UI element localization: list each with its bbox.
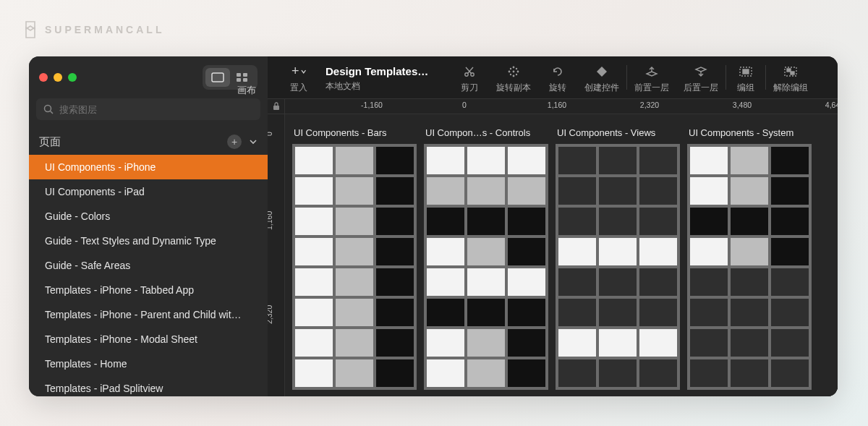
place-tool[interactable]: + 置入 [279,61,318,97]
artboard-thumb[interactable] [771,359,809,387]
artboard-thumb[interactable] [558,299,596,326]
artboard-thumb[interactable] [771,299,809,326]
page-list-item[interactable]: Templates - iPhone - Tabbed App [29,278,268,302]
artboard-thumb[interactable] [639,329,677,357]
page-list-item[interactable]: Templates - Home [29,352,268,376]
artboard-thumb[interactable] [295,359,333,387]
artboard-thumb[interactable] [467,299,505,326]
artboard-thumb[interactable] [731,208,768,235]
artboard-thumb[interactable] [731,147,768,174]
artboard-thumb[interactable] [639,177,677,205]
artboard-thumb[interactable] [690,359,728,387]
page-list-item[interactable]: UI Components - iPad [29,179,268,204]
group-tool[interactable]: 编组 [726,61,765,97]
artboard-thumb[interactable] [336,238,373,265]
rotate-tool[interactable]: 旋转 [538,61,577,97]
artboard-label[interactable]: UI Compon…s - Controls [424,127,548,138]
rotate-copy-tool[interactable]: 旋转副本 [489,61,538,97]
artboard-thumb[interactable] [639,299,677,326]
artboard-thumb[interactable] [427,299,464,326]
artboard-thumb[interactable] [295,147,333,174]
artboard-thumb[interactable] [558,359,596,387]
artboard-thumb[interactable] [599,268,637,296]
search-bar[interactable] [36,98,260,120]
artboard-thumb[interactable] [427,268,464,296]
artboard-thumb[interactable] [467,268,505,296]
artboard-thumb[interactable] [731,299,768,326]
artboard-thumb[interactable] [771,147,809,174]
artboard-thumb[interactable] [295,329,333,357]
artboard-thumb[interactable] [771,177,809,205]
artboard-thumb[interactable] [467,177,505,205]
artboard-thumb[interactable] [295,268,333,296]
horizontal-ruler[interactable]: -1,16001,1602,3203,4804,640 [285,99,838,114]
artboard-label[interactable]: UI Components - Views [556,127,680,138]
artboard-grid[interactable] [556,144,680,390]
artboard-thumb[interactable] [558,268,596,296]
artboard-thumb[interactable] [376,329,414,357]
artboard-thumb[interactable] [376,177,414,205]
artboard-thumb[interactable] [508,268,545,296]
artboard-thumb[interactable] [295,238,333,265]
artboard-thumb[interactable] [376,359,414,387]
artboard-thumb[interactable] [295,208,333,235]
artboard-thumb[interactable] [467,359,505,387]
artboard-thumb[interactable] [376,147,414,174]
artboard-thumb[interactable] [376,268,414,296]
artboard-thumb[interactable] [731,359,768,387]
vertical-ruler[interactable]: 01,1602,320 [268,114,285,396]
artboard-thumb[interactable] [508,208,545,235]
ungroup-tool[interactable]: 解除编组 [766,61,815,97]
chevron-down-icon[interactable] [249,137,258,146]
artboard-thumb[interactable] [771,268,809,296]
artboard-thumb[interactable] [771,329,809,357]
artboard-thumb[interactable] [558,147,596,174]
page-list-item[interactable]: Guide - Colors [29,204,268,229]
artboard-thumb[interactable] [690,177,728,205]
artboard-thumb[interactable] [558,208,596,235]
artboard-thumb[interactable] [427,208,464,235]
canvas-view-button[interactable] [205,68,230,87]
artboard-thumb[interactable] [508,238,545,265]
artboard-thumb[interactable] [731,177,768,205]
artboard-thumb[interactable] [336,268,373,296]
create-widget-tool[interactable]: 创建控件 [577,61,626,97]
artboard-thumb[interactable] [639,208,677,235]
artboard-grid[interactable] [424,144,548,390]
artboard-thumb[interactable] [376,238,414,265]
page-list-item[interactable]: Templates - iPhone - Modal Sheet [29,327,268,352]
artboard-thumb[interactable] [508,329,545,357]
artboard-thumb[interactable] [508,359,545,387]
artboard-thumb[interactable] [771,208,809,235]
artboard-thumb[interactable] [427,147,464,174]
scissors-tool[interactable]: 剪刀 [450,61,489,97]
artboard-thumb[interactable] [336,359,373,387]
zoom-window-button[interactable] [68,73,77,82]
artboard-thumb[interactable] [295,177,333,205]
document-title-group[interactable]: Design Templates… 本地文档 [318,61,450,97]
artboard-thumb[interactable] [731,329,768,357]
artboard-thumb[interactable] [599,177,637,205]
artboard-thumb[interactable] [690,268,728,296]
artboard-thumb[interactable] [295,299,333,326]
artboard-thumb[interactable] [690,238,728,265]
artboard-grid[interactable] [292,144,417,390]
search-input[interactable] [59,104,253,115]
artboard-thumb[interactable] [558,177,596,205]
page-list-item[interactable]: UI Components - iPhone [29,155,268,179]
artboard-thumb[interactable] [376,299,414,326]
artboard-thumb[interactable] [376,208,414,235]
artboard-thumb[interactable] [690,299,728,326]
artboard-thumb[interactable] [558,329,596,357]
artboard-thumb[interactable] [731,268,768,296]
add-page-button[interactable]: + [227,135,242,149]
artboard-thumb[interactable] [599,208,637,235]
page-list-item[interactable]: Guide - Text Styles and Dynamic Type [29,229,268,253]
close-window-button[interactable] [39,73,48,82]
artboard-thumb[interactable] [508,177,545,205]
artboard-thumb[interactable] [639,268,677,296]
send-backward-tool[interactable]: 后置一层 [676,61,726,97]
minimize-window-button[interactable] [54,73,62,82]
artboard-thumb[interactable] [336,177,373,205]
artboard-thumb[interactable] [771,238,809,265]
